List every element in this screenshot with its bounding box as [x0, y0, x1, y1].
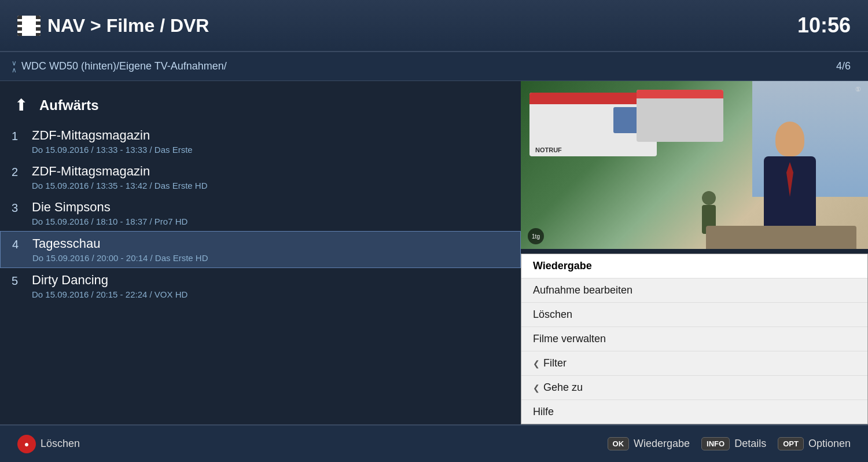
- menu-item-label: Aufnahme bearbeiten: [533, 284, 632, 296]
- header: NAV > Filme / DVR 10:56: [0, 0, 868, 52]
- menu-item-label: Gehe zu: [543, 382, 583, 394]
- item-subtitle: Do 15.09.2016 / 13:35 - 13:42 / Das Erst…: [32, 181, 509, 190]
- nav-path: WDC WD50 (hinten)/Eigene TV-Aufnahmen/: [21, 60, 836, 72]
- menu-item-filter[interactable]: ❮ Filter: [521, 351, 867, 376]
- menu-item-label: Löschen: [533, 309, 572, 321]
- item-number: 3: [12, 200, 32, 215]
- nav-arrows[interactable]: ∨ ∧: [12, 60, 17, 74]
- menu-item-hilfe[interactable]: Hilfe: [521, 400, 867, 424]
- up-arrow-icon: ⬆: [14, 96, 28, 115]
- delete-icon: ●: [17, 435, 36, 453]
- item-number: 2: [12, 164, 32, 179]
- chevron-icon: ❮: [533, 359, 540, 368]
- up-button[interactable]: ⬆ Aufwärts: [0, 87, 521, 123]
- context-menu: Wiedergabe Aufnahme bearbeiten Löschen F…: [521, 254, 868, 424]
- item-title: Die Simpsons: [32, 200, 509, 215]
- list-item[interactable]: 1 ZDF-Mittagsmagazin Do 15.09.2016 / 13:…: [0, 123, 521, 159]
- nav-count: 4/6: [836, 60, 851, 72]
- video-background: NOTRUF: [521, 81, 868, 249]
- item-content: Dirty Dancing Do 15.09.2016 / 20:15 - 22…: [32, 273, 509, 299]
- item-subtitle: Do 15.09.2016 / 13:33 - 13:33 / Das Erst…: [32, 145, 509, 155]
- wiedergabe-label: Wiedergabe: [634, 438, 690, 450]
- item-content: ZDF-Mittagsmagazin Do 15.09.2016 / 13:33…: [32, 128, 509, 155]
- header-left: NAV > Filme / DVR: [17, 15, 209, 36]
- video-watermark: ①: [855, 86, 861, 93]
- list-item-selected[interactable]: 4 Tagesschau Do 15.09.2016 / 20:00 - 20:…: [0, 231, 521, 268]
- footer-info-action[interactable]: INFO Details: [701, 437, 766, 450]
- list-item[interactable]: 3 Die Simpsons Do 15.09.2016 / 18:10 - 1…: [0, 195, 521, 231]
- item-content: Tagesschau Do 15.09.2016 / 20:00 - 20:14…: [32, 236, 509, 263]
- optionen-label: Optionen: [808, 438, 851, 450]
- item-content: Die Simpsons Do 15.09.2016 / 18:10 - 18:…: [32, 200, 509, 226]
- file-list: ⬆ Aufwärts 1 ZDF-Mittagsmagazin Do 15.09…: [0, 81, 521, 424]
- menu-item-label: Filter: [543, 357, 567, 369]
- footer-actions: OK Wiedergabe INFO Details OPT Optionen: [608, 437, 851, 450]
- film-icon: [17, 16, 41, 36]
- menu-item-gehe-zu[interactable]: ❮ Gehe zu: [521, 376, 867, 400]
- footer: ● Löschen OK Wiedergabe INFO Details OPT…: [0, 424, 868, 462]
- footer-ok-action[interactable]: OK Wiedergabe: [608, 437, 690, 450]
- menu-item-label: Hilfe: [533, 406, 554, 418]
- menu-item-label: Filme verwalten: [533, 333, 606, 345]
- menu-item-label: Wiedergabe: [533, 260, 592, 272]
- footer-delete-btn[interactable]: ● Löschen: [17, 435, 80, 453]
- right-panel: NOTRUF: [521, 81, 868, 424]
- item-title: Tagesschau: [32, 236, 509, 251]
- footer-opt-action[interactable]: OPT Optionen: [778, 437, 851, 450]
- main-content: ⬆ Aufwärts 1 ZDF-Mittagsmagazin Do 15.09…: [0, 81, 868, 424]
- menu-item-aufnahme[interactable]: Aufnahme bearbeiten: [521, 278, 867, 303]
- item-subtitle: Do 15.09.2016 / 18:10 - 18:37 / Pro7 HD: [32, 217, 509, 226]
- up-label: Aufwärts: [39, 97, 99, 113]
- list-item[interactable]: 5 Dirty Dancing Do 15.09.2016 / 20:15 - …: [0, 268, 521, 304]
- item-subtitle: Do 15.09.2016 / 20:15 - 22:24 / VOX HD: [32, 289, 509, 299]
- opt-badge: OPT: [778, 437, 804, 450]
- ok-badge: OK: [608, 437, 630, 450]
- video-preview[interactable]: NOTRUF: [521, 81, 868, 249]
- item-title: ZDF-Mittagsmagazin: [32, 164, 509, 179]
- item-title: ZDF-Mittagsmagazin: [32, 128, 509, 143]
- menu-item-wiedergabe[interactable]: Wiedergabe: [521, 254, 867, 278]
- menu-item-loeschen[interactable]: Löschen: [521, 303, 867, 327]
- chevron-icon: ❮: [533, 383, 540, 393]
- item-number: 1: [12, 128, 32, 143]
- item-title: Dirty Dancing: [32, 273, 509, 288]
- details-label: Details: [734, 438, 766, 450]
- list-item[interactable]: 2 ZDF-Mittagsmagazin Do 15.09.2016 / 13:…: [0, 159, 521, 195]
- item-content: ZDF-Mittagsmagazin Do 15.09.2016 / 13:35…: [32, 164, 509, 190]
- header-title: NAV > Filme / DVR: [47, 15, 209, 36]
- info-badge: INFO: [701, 437, 730, 450]
- footer-delete-label: Löschen: [41, 438, 80, 450]
- video-tag: 1tg: [528, 228, 544, 244]
- clock-display: 10:56: [797, 13, 851, 38]
- item-number: 4: [12, 236, 32, 251]
- item-number: 5: [12, 273, 32, 288]
- item-subtitle: Do 15.09.2016 / 20:00 - 20:14 / Das Erst…: [32, 253, 509, 263]
- navigation-bar: ∨ ∧ WDC WD50 (hinten)/Eigene TV-Aufnahme…: [0, 52, 868, 81]
- menu-item-filme-verwalten[interactable]: Filme verwalten: [521, 327, 867, 351]
